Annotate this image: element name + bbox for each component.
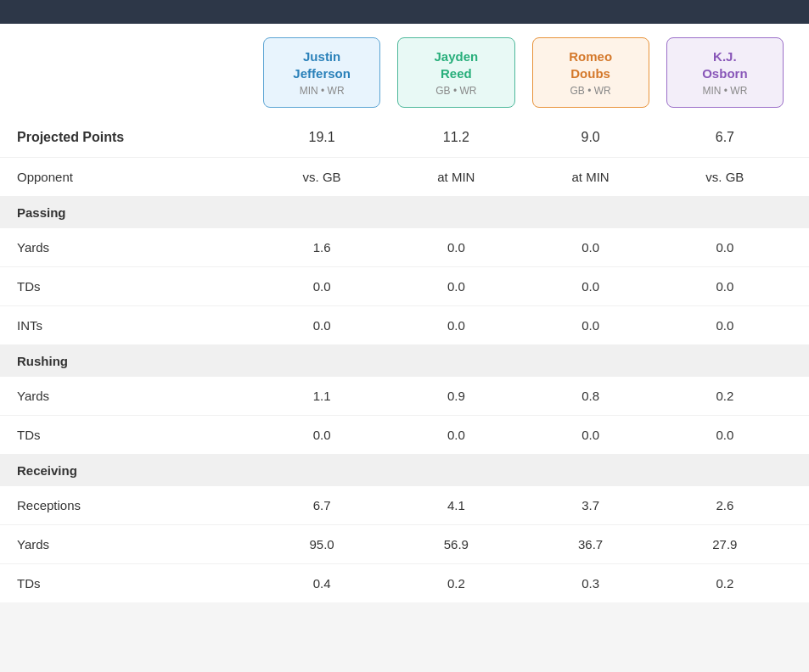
cell-8-1: 0.0 <box>389 416 523 454</box>
category-empty-2-1 <box>389 197 523 228</box>
player-meta-2: GB • WR <box>547 85 635 97</box>
cell-11-1: 56.9 <box>389 525 523 563</box>
cell-0-2: 9.0 <box>524 118 658 157</box>
category-empty-2-0 <box>255 197 389 228</box>
player-name-3: K.J. Osborn <box>681 48 769 81</box>
player-name-0: Justin Jefferson <box>278 48 366 81</box>
cell-1-3: vs. GB <box>658 158 792 196</box>
table-wrapper: Justin JeffersonMIN • WRJayden ReedGB • … <box>0 24 809 602</box>
row-10: Receptions6.74.13.72.6 <box>0 486 809 525</box>
player-headers: Justin JeffersonMIN • WRJayden ReedGB • … <box>0 24 809 108</box>
category-empty-6-2 <box>524 345 658 377</box>
cell-5-2: 0.0 <box>524 306 658 344</box>
row-9: Receiving <box>0 455 809 486</box>
cell-12-3: 0.2 <box>658 564 792 602</box>
cell-7-3: 0.2 <box>658 377 792 415</box>
row-5: INTs0.00.00.00.0 <box>0 306 809 345</box>
category-empty-6-0 <box>255 345 389 377</box>
spacer <box>17 37 255 108</box>
player-name-1: Jayden Reed <box>412 48 500 81</box>
category-empty-2-3 <box>658 197 792 228</box>
cell-8-0: 0.0 <box>255 416 389 454</box>
cell-5-0: 0.0 <box>255 306 389 344</box>
cell-10-0: 6.7 <box>255 486 389 524</box>
cell-7-1: 0.9 <box>389 377 523 415</box>
cell-4-1: 0.0 <box>389 267 523 305</box>
category-empty-9-2 <box>524 455 658 486</box>
cell-4-3: 0.0 <box>658 267 792 305</box>
player-name-2: Romeo Doubs <box>547 48 635 81</box>
cell-7-0: 1.1 <box>255 377 389 415</box>
cell-11-3: 27.9 <box>658 525 792 563</box>
row-label-12: TDs <box>17 564 255 602</box>
row-label-11: Yards <box>17 525 255 563</box>
player-meta-0: MIN • WR <box>278 85 366 97</box>
cell-10-3: 2.6 <box>658 486 792 524</box>
row-8: TDs0.00.00.00.0 <box>0 416 809 455</box>
row-6: Rushing <box>0 345 809 377</box>
cell-8-2: 0.0 <box>524 416 658 454</box>
cell-12-1: 0.2 <box>389 564 523 602</box>
category-label-9: Receiving <box>17 455 255 486</box>
row-label-3: Yards <box>17 228 255 266</box>
cell-5-3: 0.0 <box>658 306 792 344</box>
category-empty-6-1 <box>389 345 523 377</box>
cell-5-1: 0.0 <box>389 306 523 344</box>
player-meta-1: GB • WR <box>412 85 500 97</box>
row-2: Passing <box>0 197 809 228</box>
player-card-1: Jayden ReedGB • WR <box>397 37 514 108</box>
cell-3-0: 1.6 <box>255 228 389 266</box>
cell-11-2: 36.7 <box>524 525 658 563</box>
row-11: Yards95.056.936.727.9 <box>0 525 809 564</box>
cell-1-2: at MIN <box>524 158 658 196</box>
player-card-2: Romeo DoubsGB • WR <box>532 37 649 108</box>
row-label-7: Yards <box>17 377 255 415</box>
cell-0-0: 19.1 <box>255 118 389 157</box>
row-label-0: Projected Points <box>17 118 255 157</box>
category-label-2: Passing <box>17 197 255 228</box>
cell-3-1: 0.0 <box>389 228 523 266</box>
cell-11-0: 95.0 <box>255 525 389 563</box>
row-label-10: Receptions <box>17 486 255 524</box>
row-4: TDs0.00.00.00.0 <box>0 267 809 306</box>
cell-4-2: 0.0 <box>524 267 658 305</box>
cell-0-3: 6.7 <box>658 118 792 157</box>
category-empty-9-3 <box>658 455 792 486</box>
row-label-1: Opponent <box>17 158 255 196</box>
cell-10-1: 4.1 <box>389 486 523 524</box>
category-empty-9-1 <box>389 455 523 486</box>
section-header <box>0 0 809 24</box>
cell-1-0: vs. GB <box>255 158 389 196</box>
player-card-3: K.J. OsbornMIN • WR <box>666 37 784 108</box>
row-7: Yards1.10.90.80.2 <box>0 377 809 416</box>
row-label-8: TDs <box>17 416 255 454</box>
row-label-4: TDs <box>17 267 255 305</box>
cell-3-2: 0.0 <box>524 228 658 266</box>
cell-12-0: 0.4 <box>255 564 389 602</box>
category-empty-9-0 <box>255 455 389 486</box>
row-1: Opponentvs. GBat MINat MINvs. GB <box>0 158 809 197</box>
cell-4-0: 0.0 <box>255 267 389 305</box>
category-label-6: Rushing <box>17 345 255 377</box>
cell-7-2: 0.8 <box>524 377 658 415</box>
player-meta-3: MIN • WR <box>681 85 769 97</box>
category-empty-6-3 <box>658 345 792 377</box>
cell-8-3: 0.0 <box>658 416 792 454</box>
main-container: Justin JeffersonMIN • WRJayden ReedGB • … <box>0 0 809 602</box>
cell-3-3: 0.0 <box>658 228 792 266</box>
row-0: Projected Points19.111.29.06.7 <box>0 118 809 158</box>
data-table: Projected Points19.111.29.06.7Opponentvs… <box>0 118 809 602</box>
row-label-5: INTs <box>17 306 255 344</box>
cell-10-2: 3.7 <box>524 486 658 524</box>
row-3: Yards1.60.00.00.0 <box>0 228 809 267</box>
player-card-0: Justin JeffersonMIN • WR <box>263 37 380 108</box>
row-12: TDs0.40.20.30.2 <box>0 564 809 602</box>
cell-12-2: 0.3 <box>524 564 658 602</box>
category-empty-2-2 <box>524 197 658 228</box>
cell-0-1: 11.2 <box>389 118 523 157</box>
cell-1-1: at MIN <box>389 158 523 196</box>
